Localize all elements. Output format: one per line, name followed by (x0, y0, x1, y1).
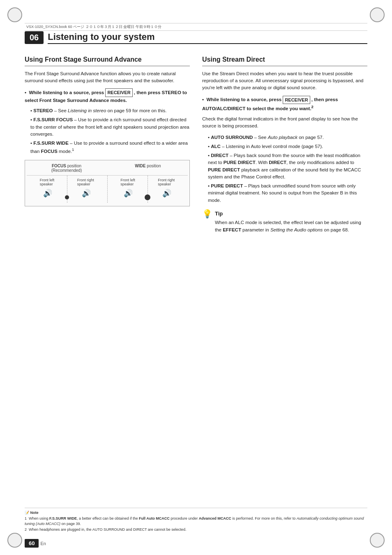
footnote-area: 📝 Note 1 When using F.S.SURR WIDE, a bet… (25, 508, 367, 532)
tip-text: When an ALC mode is selected, the effect… (215, 219, 367, 234)
diagram-wide-label: WIDE position (108, 164, 188, 173)
receiver-box-left: RECEIVER (105, 88, 132, 97)
wide-front-left-label: Front leftspeaker (120, 178, 135, 186)
focus-front-left-label: Front leftspeaker (40, 178, 55, 186)
tip-icon: 💡 (202, 210, 212, 218)
left-column: Using Front Stage Surround Advance The F… (25, 56, 190, 514)
main-content: Using Front Stage Surround Advance The F… (25, 56, 367, 514)
sub-bullet-alc: ALC – Listening in Auto level control mo… (208, 143, 367, 150)
footnote-2: 2 When headphones are plugged in, the AU… (25, 527, 186, 532)
focus-left-speaker-icon: 🔊 (43, 189, 52, 198)
tip-box: 💡 Tip When an ALC mode is selected, the … (202, 210, 367, 234)
wide-subwoofer-dot (145, 194, 150, 200)
receiver-box-right: RECEIVER (283, 96, 310, 104)
chapter-title: Listening to your system (48, 32, 367, 44)
sub-bullet-fs-focus: F.S.SURR FOCUS – Use to provide a rich s… (30, 116, 190, 138)
diagram-panel-wide: Front leftspeaker Front rightspeaker 🔊 🔊 (108, 176, 188, 203)
corner-decoration-bl (7, 533, 22, 548)
wide-right-speaker-icon: 🔊 (162, 189, 171, 198)
corner-decoration-tl (7, 7, 22, 22)
focus-subwoofer-dot (65, 195, 69, 199)
right-check-text: Check the digital format indicators in t… (202, 116, 367, 130)
right-sub-bullets: AUTO SURROUND – See Auto playback on pag… (208, 134, 367, 204)
corner-decoration-br (370, 533, 385, 548)
right-bullet-intro: • While listening to a source, press REC… (202, 96, 367, 113)
sub-bullet-fs-wide: F.S.SURR WIDE – Use to provide a surroun… (30, 140, 190, 155)
page-number: 60 (25, 539, 39, 548)
page-en-label: En (40, 541, 46, 546)
right-section-title: Using Stream Direct (202, 56, 367, 66)
right-column: Using Stream Direct Use the Stream Direc… (202, 56, 367, 514)
focus-right-speaker-icon: 🔊 (82, 189, 91, 198)
diagram-focus-label: FOCUS position(Recommended) (27, 164, 108, 173)
speaker-diagram: FOCUS position(Recommended) WIDE positio… (25, 160, 190, 206)
footnote-1: 1 When using F.S.SURR WIDE, a better eff… (25, 516, 364, 526)
diagram-header: FOCUS position(Recommended) WIDE positio… (27, 164, 188, 173)
sub-bullet-auto-surround: AUTO SURROUND – See Auto playback on pag… (208, 134, 367, 141)
bullet-intro-strong: • While listening to a source, press REC… (25, 90, 187, 103)
footnote-note-label: 📝 Note (25, 511, 39, 515)
sub-bullet-pure-direct: PURE DIRECT – Plays back unmodified soun… (208, 183, 367, 204)
diagram-panels: Front leftspeaker Front rightspeaker 🔊 🔊… (27, 175, 188, 203)
wide-front-right-label: Front rightspeaker (158, 178, 175, 186)
diagram-panel-focus: Front leftspeaker Front rightspeaker 🔊 🔊 (27, 176, 108, 203)
corner-decoration-tr (370, 7, 385, 22)
chapter-header: 06 Listening to your system (25, 31, 367, 44)
focus-front-right-label: Front rightspeaker (77, 178, 94, 186)
right-bullet-intro-strong: • While listening to a source, press REC… (202, 97, 338, 111)
left-sub-bullets: STEREO – See Listening in stereo on page… (30, 107, 190, 155)
page-number-area: 60 En (25, 539, 46, 548)
header-file-text: VSX-1020_SYXCN.book 60 ページ ２０１０年３月１２日 金曜… (26, 24, 161, 30)
left-section-title: Using Front Stage Surround Advance (25, 56, 190, 66)
left-section-body: The Front Stage Surround Advance functio… (25, 70, 190, 85)
sub-bullet-direct: DIRECT – Plays back sound from the sourc… (208, 152, 367, 180)
right-section-intro: Use the Stream Direct modes when you wan… (202, 70, 367, 92)
tip-title: Tip (215, 210, 367, 218)
chapter-number: 06 (25, 31, 44, 44)
wide-left-speaker-icon: 🔊 (124, 189, 133, 198)
sub-bullet-stereo: STEREO – See Listening in stereo on page… (30, 107, 190, 114)
tip-content: Tip When an ALC mode is selected, the ef… (215, 210, 367, 234)
header-file-line: VSX-1020_SYXCN.book 60 ページ ２０１０年３月１２日 金曜… (25, 23, 367, 31)
left-bullet-intro: • While listening to a source, press REC… (25, 88, 190, 104)
